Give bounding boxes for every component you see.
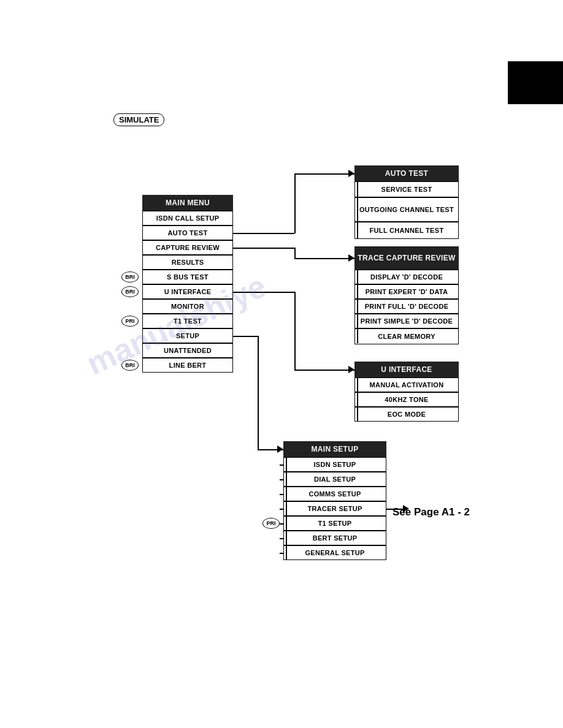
- setup-sub-h6: [280, 553, 283, 554]
- u-interface-title: U INTERFACE: [354, 362, 459, 377]
- auto-test-outgoing-channel[interactable]: OUTGOING CHANNEL TEST: [354, 197, 459, 222]
- line-u-interface-h1: [233, 292, 294, 293]
- badge-pri-t1-test: PRI: [121, 316, 139, 327]
- trace-capture-sub-vline: [357, 270, 358, 343]
- menu-item-s-bus-test[interactable]: S BUS TEST: [142, 270, 233, 284]
- trace-capture-review-title: TRACE CAPTURE REVIEW: [354, 246, 459, 270]
- setup-t1-setup[interactable]: T1 SETUP: [283, 516, 386, 531]
- u-interface-eoc-mode[interactable]: EOC MODE: [354, 407, 459, 422]
- menu-item-capture-review[interactable]: CAPTURE REVIEW: [142, 240, 233, 255]
- line-capture-v1: [294, 248, 296, 258]
- line-auto-test-h2: [294, 173, 354, 175]
- auto-test-title: AUTO TEST: [354, 165, 459, 181]
- setup-general-setup[interactable]: GENERAL SETUP: [283, 545, 386, 560]
- arrow-auto-test: [348, 170, 354, 177]
- menu-item-results[interactable]: RESULTS: [142, 255, 233, 270]
- line-u-interface-h2: [294, 370, 354, 371]
- menu-item-monitor[interactable]: MONITOR: [142, 299, 233, 314]
- line-capture-h2: [294, 258, 354, 259]
- u-interface-manual-activation[interactable]: MANUAL ACTIVATION: [354, 377, 459, 392]
- line-u-interface-v1: [294, 292, 296, 370]
- setup-sub-h3: [280, 509, 283, 510]
- setup-sub-h4: [280, 523, 283, 525]
- setup-tracer-setup[interactable]: TRACER SETUP: [283, 501, 386, 516]
- arrow-u-interface: [348, 366, 354, 373]
- setup-dial-setup[interactable]: DIAL SETUP: [283, 472, 386, 487]
- badge-bri-line-bert: BRI: [121, 360, 139, 371]
- setup-sub-h2: [280, 494, 283, 495]
- simulate-label: SIMULATE: [113, 113, 164, 126]
- setup-isdn-setup[interactable]: ISDN SETUP: [283, 457, 386, 472]
- main-setup-sub-vline: [286, 457, 287, 560]
- setup-sub-h1: [280, 479, 283, 480]
- menu-item-isdn-call-setup[interactable]: ISDN CALL SETUP: [142, 211, 233, 226]
- main-setup-title: MAIN SETUP: [283, 441, 386, 457]
- badge-bri-u-interface: BRI: [121, 286, 139, 297]
- menu-item-auto-test[interactable]: AUTO TEST: [142, 226, 233, 240]
- main-menu-title: MAIN MENU: [142, 195, 233, 211]
- auto-test-service-test[interactable]: SERVICE TEST: [354, 181, 459, 197]
- badge-pri-t1-setup: PRI: [262, 518, 280, 529]
- menu-item-setup[interactable]: SETUP: [142, 328, 233, 343]
- tcr-display-d-decode[interactable]: DISPLAY 'D' DECODE: [354, 270, 459, 284]
- auto-test-sub-vline: [357, 181, 358, 239]
- u-interface-40khz-tone[interactable]: 40KHZ TONE: [354, 392, 459, 407]
- tcr-print-simple-d-decode[interactable]: PRINT SIMPLE 'D' DECODE: [354, 314, 459, 328]
- line-auto-test-v1: [294, 173, 296, 233]
- setup-sub-h0: [280, 464, 283, 466]
- arrow-main-setup: [277, 446, 283, 453]
- badge-bri-s-bus: BRI: [121, 271, 139, 282]
- line-setup-h1: [233, 336, 258, 337]
- line-capture-h1: [233, 248, 294, 249]
- arrow-capture-review: [348, 254, 354, 262]
- menu-item-t1-test[interactable]: T1 TEST: [142, 314, 233, 328]
- see-page-arrow-line: [386, 509, 405, 510]
- setup-comms-setup[interactable]: COMMS SETUP: [283, 487, 386, 501]
- line-auto-test-h1: [233, 233, 294, 234]
- menu-item-line-bert[interactable]: LINE BERT: [142, 358, 233, 373]
- auto-test-full-channel[interactable]: FULL CHANNEL TEST: [354, 222, 459, 239]
- tcr-clear-memory[interactable]: CLEAR MEMORY: [354, 328, 459, 344]
- tcr-print-full-d-decode[interactable]: PRINT FULL 'D' DECODE: [354, 299, 459, 314]
- top-right-decoration: [508, 61, 563, 104]
- tcr-print-expert-d-data[interactable]: PRINT EXPERT 'D' DATA: [354, 284, 459, 299]
- menu-item-unattended[interactable]: UNATTENDED: [142, 343, 233, 358]
- u-interface-sub-vline: [357, 377, 358, 422]
- see-page-arrowhead: [403, 505, 409, 512]
- menu-item-u-interface[interactable]: U INTERFACE: [142, 284, 233, 299]
- line-setup-v1: [258, 336, 259, 449]
- setup-bert-setup[interactable]: BERT SETUP: [283, 531, 386, 545]
- setup-sub-h5: [280, 538, 283, 539]
